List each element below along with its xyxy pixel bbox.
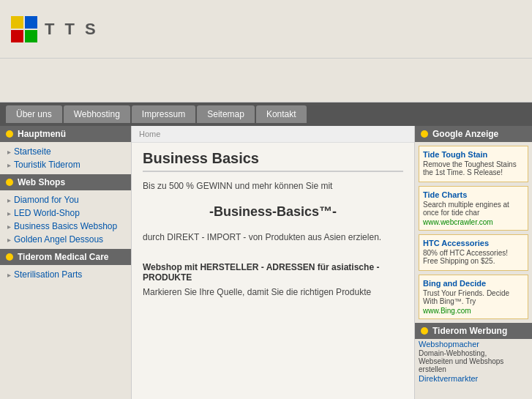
nav-bar: Über uns Webhosting Impressum Seitemap K… [0, 102, 532, 126]
main-layout: Hauptmenü ▸ Startseite ▸ Touristik Tider… [0, 126, 532, 399]
ad-tide-tough: Tide Tough Stain Remove the Toughest Sta… [419, 146, 528, 182]
sidebar-link-steril-label: Sterilisation Parts [14, 269, 82, 280]
sidebar-link-golden[interactable]: ▸ Golden Angel Dessous [0, 233, 131, 246]
ad-tide-charts-url: www.webcrawler.com [423, 218, 524, 226]
sidebar-link-led[interactable]: ▸ LED World-Shop [0, 206, 131, 220]
ad-htc-title[interactable]: HTC Accessories [423, 239, 524, 247]
arrow-icon: ▸ [7, 236, 11, 244]
sidebar-section-webshops-label: Web Shops [18, 177, 65, 187]
ad-bing: Bing and Decide Trust Your Friends. Deci… [419, 275, 528, 319]
sidebar-link-startseite[interactable]: ▸ Startseite [0, 145, 131, 158]
sidebar-section-medical-label: Tiderom Medical Care [18, 252, 109, 262]
left-sidebar: Hauptmenü ▸ Startseite ▸ Touristik Tider… [0, 126, 132, 399]
right-werbung: Tiderom Werbung Webshopmacher Domain-Web… [415, 323, 532, 384]
ad-tide-charts-text: Search multiple engines at once for tide… [423, 201, 524, 217]
right-sidebar: Google Anzeige Tide Tough Stain Remove t… [415, 126, 532, 399]
right-google-label: Google Anzeige [432, 129, 498, 139]
ad-tide-tough-title[interactable]: Tide Tough Stain [423, 150, 524, 159]
site-title: T T S [45, 20, 99, 39]
sidebar-link-steril[interactable]: ▸ Sterilisation Parts [0, 268, 131, 281]
dot-icon [421, 130, 428, 138]
ad-tide-tough-text: Remove the Toughest Stains the 1st Time.… [423, 160, 524, 176]
ad-bing-text: Trust Your Friends. Decide With Bing™. T… [423, 289, 524, 305]
breadcrumb: Home [132, 126, 414, 143]
content-section-body: Markieren Sie Ihre Quelle, damit Sie die… [143, 286, 403, 299]
nav-item-webhosting[interactable]: Webhosting [64, 105, 130, 123]
content-intro: Bis zu 500 % GEWINN und mehr können Sie … [143, 179, 403, 193]
sidebar-link-diamond-label: Diamond for You [14, 195, 79, 205]
werbung-text-2: Webseiten und Webshops erstellen [415, 357, 532, 373]
content-title: Business Basics [143, 150, 403, 172]
arrow-icon: ▸ [7, 209, 11, 217]
sidebar-webshops-items: ▸ Diamond for You ▸ LED World-Shop ▸ Bus… [0, 190, 131, 249]
werbung-link-webshopmacher[interactable]: Webshopmacher [415, 339, 532, 349]
nav-item-impressum[interactable]: Impressum [132, 105, 195, 123]
nav-item-ueberuns[interactable]: Über uns [6, 105, 62, 123]
sidebar-link-bbwebshop[interactable]: ▸ Business Basics Webshop [0, 220, 131, 233]
dot-icon [421, 327, 428, 335]
sidebar-link-bbwebshop-label: Business Basics Webshop [14, 221, 117, 231]
arrow-icon: ▸ [7, 148, 11, 156]
sidebar-link-touristik-label: Touristik Tiderom [14, 160, 80, 170]
ad-tide-charts: Tide Charts Search multiple engines at o… [419, 186, 528, 231]
werbung-text-1: Domain-Webhosting, [415, 349, 532, 357]
ad-htc-text: 80% off HTC Accessories! Free Shipping o… [423, 249, 524, 265]
sidebar-section-hauptmenu: Hauptmenü [0, 126, 131, 142]
dot-icon [6, 179, 13, 186]
sidebar-section-medical: Tiderom Medical Care [0, 249, 131, 265]
nav-item-kontakt[interactable]: Kontakt [256, 105, 307, 123]
right-werbung-label: Tiderom Werbung [432, 326, 507, 336]
dot-icon [6, 130, 13, 138]
sidebar-hauptmenu-items: ▸ Startseite ▸ Touristik Tiderom [0, 142, 131, 174]
nav-item-seitemap[interactable]: Seitemap [197, 105, 255, 123]
ad-bing-title[interactable]: Bing and Decide [423, 279, 524, 288]
sidebar-link-led-label: LED World-Shop [14, 208, 80, 218]
logo-rubik-icon [11, 16, 37, 42]
sidebar-link-touristik[interactable]: ▸ Touristik Tiderom [0, 158, 131, 171]
ad-htc: HTC Accessories 80% off HTC Accessories!… [419, 234, 528, 271]
logo-box: T T S [11, 16, 99, 42]
right-section-werbung: Tiderom Werbung [415, 323, 532, 339]
arrow-icon: ▸ [7, 161, 11, 169]
content-area: Home Business Basics Bis zu 500 % GEWINN… [132, 126, 415, 399]
right-section-google: Google Anzeige [415, 126, 532, 142]
banner-area [0, 59, 532, 102]
content-brand: -Business-Basics™- [143, 204, 403, 220]
sidebar-link-diamond[interactable]: ▸ Diamond for You [0, 193, 131, 206]
header: T T S [0, 0, 532, 59]
content-section-title: Webshop mit HERSTELLER - ADRESSEN für as… [143, 262, 403, 283]
sidebar-section-hauptmenu-label: Hauptmenü [18, 129, 66, 139]
content-description: durch DIREKT - IMPORT - von Produkten au… [143, 231, 403, 245]
sidebar-link-startseite-label: Startseite [14, 146, 51, 157]
arrow-icon: ▸ [7, 196, 11, 204]
sidebar-section-webshops: Web Shops [0, 174, 131, 190]
sidebar-medical-items: ▸ Sterilisation Parts [0, 265, 131, 284]
werbung-link-direktvermarkter[interactable]: Direktvermarkter [415, 373, 532, 384]
ad-tide-charts-title[interactable]: Tide Charts [423, 190, 524, 199]
dot-icon [6, 253, 13, 261]
content-body: Business Basics Bis zu 500 % GEWINN und … [132, 143, 414, 307]
arrow-icon: ▸ [7, 271, 11, 279]
ad-bing-url: www.Bing.com [423, 307, 524, 315]
sidebar-link-golden-label: Golden Angel Dessous [14, 234, 103, 245]
arrow-icon: ▸ [7, 223, 11, 231]
